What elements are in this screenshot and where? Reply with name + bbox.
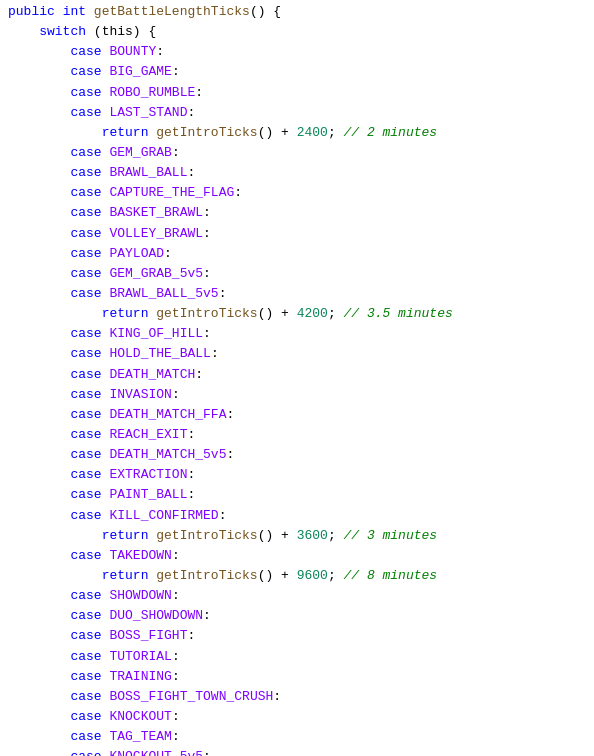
- code-token: case: [70, 264, 101, 284]
- code-token: CAPTURE_THE_FLAG: [109, 183, 234, 203]
- code-line: case KNOCKOUT_5v5:: [0, 747, 594, 756]
- code-token: [8, 22, 39, 42]
- code-line: case TAG_TEAM:: [0, 727, 594, 747]
- code-token: case: [70, 183, 101, 203]
- code-token: [8, 264, 70, 284]
- code-token: BIG_GAME: [109, 62, 171, 82]
- code-token: :: [219, 284, 227, 304]
- code-line: return getIntroTicks() + 9600; // 8 minu…: [0, 566, 594, 586]
- code-token: [8, 62, 70, 82]
- code-token: :: [172, 647, 180, 667]
- code-token: :: [203, 747, 211, 756]
- code-token: case: [70, 506, 101, 526]
- code-token: :: [172, 667, 180, 687]
- code-line: case BASKET_BRAWL:: [0, 203, 594, 223]
- code-token: [148, 566, 156, 586]
- code-line: case DEATH_MATCH_FFA:: [0, 405, 594, 425]
- code-token: :: [187, 103, 195, 123]
- code-token: [8, 566, 102, 586]
- code-token: case: [70, 103, 101, 123]
- code-token: [102, 707, 110, 727]
- code-token: [8, 667, 70, 687]
- code-line: case HOLD_THE_BALL:: [0, 344, 594, 364]
- code-token: :: [187, 425, 195, 445]
- code-token: [8, 244, 70, 264]
- code-token: :: [234, 183, 242, 203]
- code-token: :: [172, 62, 180, 82]
- code-token: case: [70, 707, 101, 727]
- code-token: () +: [258, 526, 297, 546]
- code-token: HOLD_THE_BALL: [109, 344, 210, 364]
- code-line: case VOLLEY_BRAWL:: [0, 224, 594, 244]
- code-line: case TUTORIAL:: [0, 647, 594, 667]
- code-token: BOUNTY: [109, 42, 156, 62]
- code-token: :: [219, 506, 227, 526]
- code-token: ;: [328, 123, 344, 143]
- code-token: [102, 687, 110, 707]
- code-token: [8, 647, 70, 667]
- code-token: :: [195, 83, 203, 103]
- code-token: 4200: [297, 304, 328, 324]
- code-line: return getIntroTicks() + 2400; // 2 minu…: [0, 123, 594, 143]
- code-token: [8, 687, 70, 707]
- code-token: TAG_TEAM: [109, 727, 171, 747]
- code-line: case PAINT_BALL:: [0, 485, 594, 505]
- code-token: :: [203, 324, 211, 344]
- code-token: [8, 304, 102, 324]
- code-token: case: [70, 284, 101, 304]
- code-token: [8, 324, 70, 344]
- code-token: getIntroTicks: [156, 566, 257, 586]
- code-token: case: [70, 224, 101, 244]
- code-line: switch (this) {: [0, 22, 594, 42]
- code-token: INVASION: [109, 385, 171, 405]
- code-line: case GEM_GRAB:: [0, 143, 594, 163]
- code-token: [102, 143, 110, 163]
- code-token: case: [70, 344, 101, 364]
- code-token: case: [70, 244, 101, 264]
- code-token: [102, 264, 110, 284]
- code-token: [8, 365, 70, 385]
- code-token: [102, 445, 110, 465]
- code-token: [102, 62, 110, 82]
- code-token: [102, 626, 110, 646]
- code-token: :: [156, 42, 164, 62]
- code-token: case: [70, 203, 101, 223]
- code-token: [8, 143, 70, 163]
- code-token: case: [70, 163, 101, 183]
- code-token: public: [8, 2, 55, 22]
- code-line: case KNOCKOUT:: [0, 707, 594, 727]
- code-token: [8, 183, 70, 203]
- code-token: [102, 747, 110, 756]
- code-token: case: [70, 586, 101, 606]
- code-token: KNOCKOUT: [109, 707, 171, 727]
- code-token: case: [70, 42, 101, 62]
- code-line: case EXTRACTION:: [0, 465, 594, 485]
- code-token: int: [63, 2, 86, 22]
- code-line: return getIntroTicks() + 4200; // 3.5 mi…: [0, 304, 594, 324]
- code-line: case CAPTURE_THE_FLAG:: [0, 183, 594, 203]
- code-token: KING_OF_HILL: [109, 324, 203, 344]
- code-token: KILL_CONFIRMED: [109, 506, 218, 526]
- code-token: getIntroTicks: [156, 526, 257, 546]
- code-token: case: [70, 606, 101, 626]
- code-token: [102, 385, 110, 405]
- code-token: [8, 546, 70, 566]
- code-token: 3600: [297, 526, 328, 546]
- code-token: [102, 224, 110, 244]
- code-line: case DUO_SHOWDOWN:: [0, 606, 594, 626]
- code-token: [8, 626, 70, 646]
- code-token: TAKEDOWN: [109, 546, 171, 566]
- code-token: [8, 425, 70, 445]
- code-token: [102, 606, 110, 626]
- code-line: case INVASION:: [0, 385, 594, 405]
- code-token: :: [203, 606, 211, 626]
- code-line: case TAKEDOWN:: [0, 546, 594, 566]
- code-token: [8, 284, 70, 304]
- code-token: [8, 405, 70, 425]
- code-token: DEATH_MATCH: [109, 365, 195, 385]
- code-token: BRAWL_BALL: [109, 163, 187, 183]
- code-token: return: [102, 123, 149, 143]
- code-token: getIntroTicks: [156, 304, 257, 324]
- code-token: case: [70, 405, 101, 425]
- code-token: [102, 546, 110, 566]
